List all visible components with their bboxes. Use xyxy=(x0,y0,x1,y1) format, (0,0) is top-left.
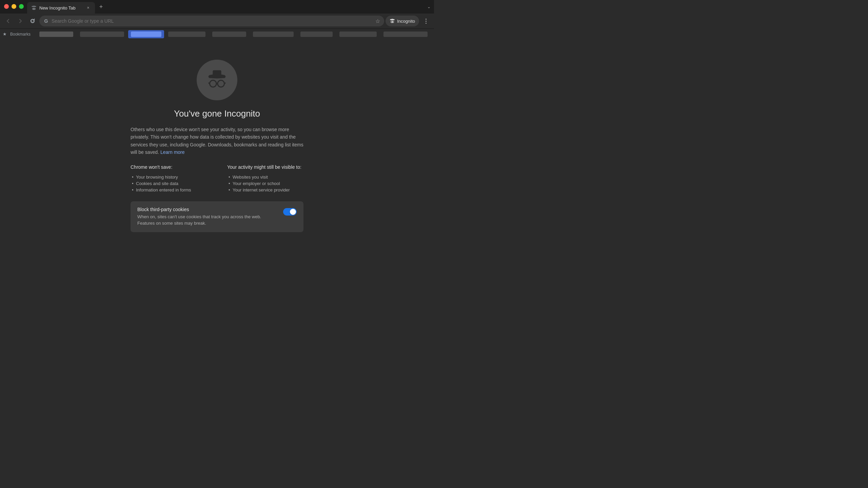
main-content: You've gone Incognito Others who use thi… xyxy=(0,39,434,244)
bookmark-placeholder xyxy=(39,32,73,37)
still-visible-list: Websites you visit Your employer or scho… xyxy=(227,174,303,193)
info-columns: Chrome won't save: Your browsing history… xyxy=(131,164,303,193)
chrome-menu-button[interactable] xyxy=(420,16,431,26)
list-item: Your internet service provider xyxy=(227,187,303,193)
address-favicon: G xyxy=(43,18,49,24)
bookmark-placeholder xyxy=(300,32,333,37)
cookie-toggle[interactable] xyxy=(283,208,297,216)
incognito-main-icon xyxy=(205,68,229,92)
bookmark-placeholder xyxy=(212,32,246,37)
wont-save-list: Your browsing history Cookies and site d… xyxy=(131,174,207,193)
bookmark-placeholder xyxy=(80,32,124,37)
bookmark-item[interactable] xyxy=(250,30,296,38)
menu-dot xyxy=(426,21,427,22)
still-visible-title: Your activity might still be visible to: xyxy=(227,164,303,170)
forward-button[interactable] xyxy=(15,16,26,26)
window-controls xyxy=(4,4,24,9)
bookmark-placeholder xyxy=(383,32,428,37)
address-input[interactable] xyxy=(52,18,373,24)
still-visible-column: Your activity might still be visible to:… xyxy=(227,164,303,193)
wont-save-column: Chrome won't save: Your browsing history… xyxy=(131,164,207,193)
bookmark-item[interactable] xyxy=(337,30,379,38)
back-button[interactable] xyxy=(3,16,14,26)
maximize-button[interactable] xyxy=(19,4,24,9)
tab-overflow-button[interactable]: ⌄ xyxy=(424,4,434,9)
svg-point-8 xyxy=(210,80,216,87)
bookmarks-label: Bookmarks xyxy=(8,30,33,38)
menu-dot xyxy=(426,23,427,24)
cookie-block: Block third-party cookies When on, sites… xyxy=(131,201,303,232)
list-item: Websites you visit xyxy=(227,174,303,180)
svg-point-2 xyxy=(34,8,35,9)
bookmark-placeholder xyxy=(339,32,377,37)
list-item: Cookies and site data xyxy=(131,180,207,187)
incognito-tab-icon xyxy=(31,5,37,11)
bookmark-placeholder xyxy=(131,32,161,37)
svg-line-11 xyxy=(209,83,210,84)
svg-point-4 xyxy=(391,21,392,22)
bookmark-item[interactable] xyxy=(128,30,164,38)
bookmark-item[interactable] xyxy=(432,30,434,38)
bookmark-item[interactable] xyxy=(381,30,430,38)
tab-close-button[interactable]: × xyxy=(85,5,91,11)
bookmark-star-icon[interactable]: ☆ xyxy=(375,18,380,24)
bookmark-item[interactable] xyxy=(77,30,127,38)
close-button[interactable] xyxy=(4,4,9,9)
new-tab-button[interactable]: + xyxy=(96,2,106,12)
bookmark-placeholder xyxy=(168,32,205,37)
learn-more-link[interactable]: Learn more xyxy=(160,149,185,155)
reload-button[interactable] xyxy=(27,16,38,26)
bookmarks-star-icon: ★ xyxy=(3,32,7,37)
cookie-toggle-wrap[interactable] xyxy=(283,207,297,216)
bookmark-item[interactable] xyxy=(37,30,76,38)
list-item: Your browsing history xyxy=(131,174,207,180)
menu-dot xyxy=(426,19,427,20)
incognito-heading: You've gone Incognito xyxy=(174,108,260,119)
list-item: Your employer or school xyxy=(227,180,303,187)
bookmark-item[interactable] xyxy=(210,30,249,38)
wont-save-title: Chrome won't save: xyxy=(131,164,207,170)
active-tab[interactable]: New Incognito Tab × xyxy=(27,2,95,14)
svg-point-5 xyxy=(393,21,394,22)
incognito-label: Incognito xyxy=(397,19,415,24)
bookmark-item[interactable] xyxy=(298,30,335,38)
toolbar: G ☆ Incognito xyxy=(0,14,434,28)
cookie-title: Block third-party cookies xyxy=(137,207,278,212)
svg-point-1 xyxy=(33,8,34,9)
toggle-slider xyxy=(283,208,297,216)
address-bar[interactable]: G ☆ xyxy=(39,16,384,26)
svg-point-9 xyxy=(218,80,224,87)
bookmark-placeholder xyxy=(253,32,294,37)
incognito-badge-icon xyxy=(390,18,395,24)
list-item: Information entered in forms xyxy=(131,187,207,193)
tab-title: New Incognito Tab xyxy=(39,5,83,11)
incognito-badge[interactable]: Incognito xyxy=(386,16,419,26)
cookie-text: Block third-party cookies When on, sites… xyxy=(137,207,278,227)
incognito-description: Others who use this device won't see you… xyxy=(131,126,303,156)
svg-rect-13 xyxy=(209,75,225,78)
incognito-icon-circle xyxy=(197,60,237,100)
bookmarks-bar: ★ Bookmarks » xyxy=(0,28,434,39)
minimize-button[interactable] xyxy=(12,4,16,9)
svg-line-12 xyxy=(224,83,225,84)
bookmark-item[interactable] xyxy=(165,30,208,38)
cookie-description: When on, sites can't use cookies that tr… xyxy=(137,214,278,227)
